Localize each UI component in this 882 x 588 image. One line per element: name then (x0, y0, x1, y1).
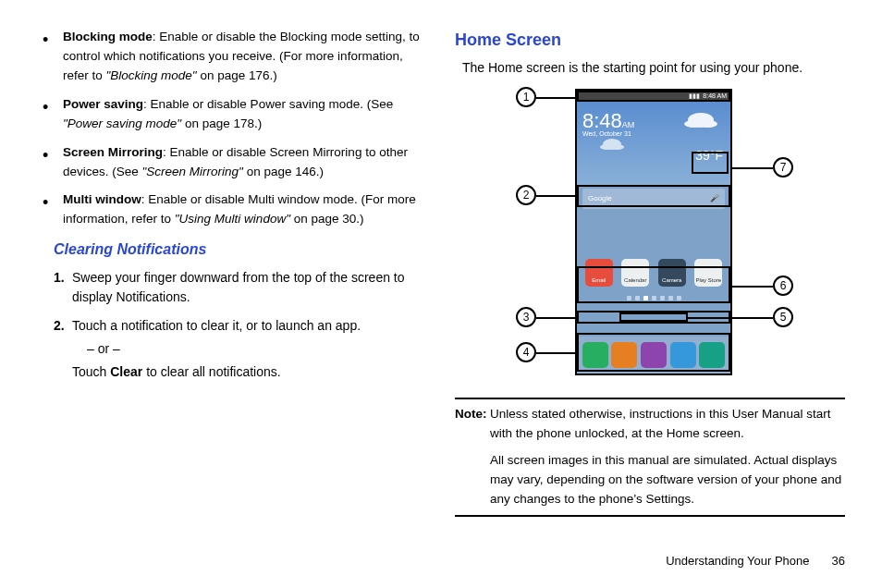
step-number: 1. (54, 268, 65, 288)
left-column: Blocking mode: Enable or disable the Blo… (37, 28, 427, 527)
callout-3: 3 (516, 307, 536, 327)
step-text: Touch a notification to clear it, or to … (72, 318, 361, 333)
bullet-desc: : Enable or disable Power saving mode. (… (143, 97, 393, 111)
bullet-ref: "Using Multi window" (175, 212, 290, 226)
callout-line (536, 352, 577, 354)
box-apps (577, 266, 730, 303)
home-screen-intro: The Home screen is the starting point fo… (462, 58, 845, 78)
cloud-icon (603, 139, 621, 150)
clear-label: Clear (110, 364, 142, 379)
bullet-term: Screen Mirroring (63, 145, 163, 159)
step-1: 1. Sweep your finger downward from the t… (72, 268, 427, 307)
footer-section: Understanding Your Phone (666, 552, 809, 570)
box-statusbar (577, 91, 730, 102)
divider (455, 515, 845, 517)
bullet-blocking-mode: Blocking mode: Enable or disable the Blo… (54, 28, 427, 86)
note-block: Note: Unless stated otherwise, instructi… (455, 405, 845, 509)
page-footer: Understanding Your Phone 36 (666, 552, 845, 570)
callout-line (536, 97, 577, 99)
feature-bullets: Blocking mode: Enable or disable the Blo… (37, 28, 427, 229)
box-dock (577, 333, 730, 372)
cloud-icon (688, 113, 714, 128)
callout-6: 6 (773, 276, 793, 296)
box-search (577, 185, 730, 207)
note-label: Note: (455, 405, 487, 424)
right-column: Home Screen The Home screen is the start… (455, 28, 845, 527)
bullet-tail: on page 178.) (181, 116, 262, 130)
callout-line (730, 167, 773, 169)
footer-page: 36 (832, 552, 845, 570)
phone-diagram: ▮▮▮ 8:48 AM 8:48AM Wed, October 31 39°F … (455, 85, 845, 390)
callout-2: 2 (516, 185, 536, 205)
callout-line (732, 286, 773, 288)
bullet-ref: "Blocking mode" (106, 68, 197, 82)
bullet-tail: on page 30.) (290, 212, 364, 226)
step-text-post: to clear all notifications. (142, 364, 280, 379)
divider (455, 398, 845, 399)
or-text: – or – (87, 339, 427, 359)
phone-spacer (577, 213, 730, 255)
step-text-pre: Touch (72, 364, 110, 379)
bullet-ref: "Power saving mode" (63, 116, 181, 130)
home-screen-heading: Home Screen (455, 28, 845, 53)
bullet-tail: on page 146.) (243, 165, 324, 178)
bullet-tail: on page 176.) (197, 68, 277, 82)
callout-7: 7 (773, 157, 793, 178)
bullet-ref: "Screen Mirroring" (142, 165, 243, 178)
step-2: 2. Touch a notification to clear it, or … (72, 316, 427, 382)
bullet-term: Blocking mode (63, 30, 153, 43)
step-number: 2. (54, 316, 65, 336)
box-page-dots (619, 312, 688, 322)
box-weather (692, 152, 729, 174)
bullet-term: Multi window (63, 192, 141, 206)
callout-line (536, 317, 577, 319)
step-text: Sweep your finger downward from the top … (72, 270, 405, 304)
steps-list: 1. Sweep your finger downward from the t… (37, 268, 427, 382)
clearing-notifications-heading: Clearing Notifications (54, 239, 427, 261)
bullet-multi-window: Multi window: Enable or disable Multi wi… (54, 190, 427, 229)
callout-4: 4 (516, 342, 536, 362)
bullet-power-saving: Power saving: Enable or disable Power sa… (54, 95, 427, 134)
bullet-screen-mirroring: Screen Mirroring: Enable or disable Scre… (54, 143, 427, 182)
callout-1: 1 (516, 87, 536, 107)
callout-line (536, 195, 577, 197)
bullet-term: Power saving (63, 97, 143, 111)
callout-5: 5 (773, 307, 793, 327)
step-text-b: Touch Clear to clear all notifications. (72, 362, 427, 382)
note-text-2: All screen images in this manual are sim… (490, 451, 845, 509)
note-text-1: Unless stated otherwise, instructions in… (490, 407, 830, 440)
clock-date: Wed, October 31 (582, 129, 631, 140)
